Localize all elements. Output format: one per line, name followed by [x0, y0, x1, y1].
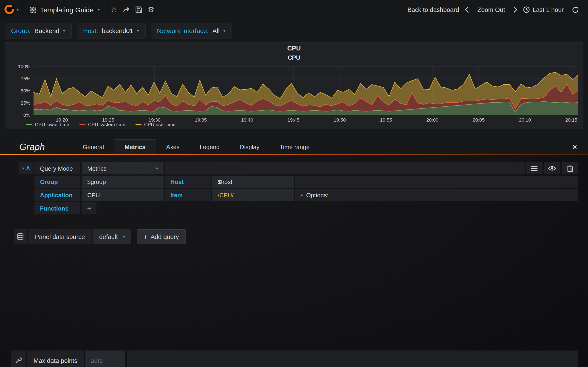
editor-tabs: General Metrics Axes Legend Display Time…	[73, 140, 320, 154]
caret-down-icon: ▾	[63, 29, 65, 33]
application-input[interactable]: CPU	[82, 189, 164, 201]
query-editor: ▾ A Query Mode Metrics ▾	[19, 162, 578, 216]
dashboard-grid-icon	[30, 7, 36, 13]
grafana-flame-icon	[3, 4, 15, 16]
time-range-button[interactable]: Last 1 hour	[523, 6, 564, 13]
settings-row-filler	[127, 350, 578, 367]
y-tick-label: 75%	[21, 76, 30, 81]
item-input[interactable]: /CPU/	[212, 189, 294, 201]
plus-icon: +	[144, 233, 147, 240]
datasource-row: Panel data source default ▾ + Add query	[14, 229, 187, 244]
caret-down-icon: ▾	[17, 8, 19, 12]
query-row-group-host: Group $group Host $host	[19, 176, 578, 188]
refresh-icon	[572, 6, 579, 13]
tab-display[interactable]: Display	[230, 140, 269, 154]
legend-label: CPU user time	[144, 122, 176, 127]
max-data-points-label: Max data points	[27, 350, 84, 367]
variable-label: Host:	[83, 27, 98, 34]
star-button[interactable]: ☆	[108, 0, 120, 19]
group-input[interactable]: $group	[82, 176, 164, 188]
chevron-left-icon[interactable]	[465, 6, 472, 13]
save-button[interactable]	[132, 0, 145, 19]
chevron-right-icon[interactable]	[511, 6, 518, 13]
row-filler	[295, 176, 578, 188]
query-delete-button[interactable]	[562, 162, 578, 174]
settings-button[interactable]: ⚙	[145, 0, 157, 19]
row-indent	[19, 176, 33, 188]
grafana-app: ▾ Templating Guide ▾ ☆	[0, 0, 588, 367]
hamburger-icon	[531, 166, 538, 171]
datasource-value: default	[99, 233, 118, 240]
star-icon: ☆	[111, 6, 117, 13]
cpu-graph-panel: CPU CPU 0%25%50%75%100%19:2019:2519:3019…	[5, 42, 583, 129]
trash-icon	[567, 165, 573, 172]
max-data-points-input[interactable]: auto	[85, 350, 126, 367]
panel-settings-row: Max data points auto	[11, 350, 578, 367]
tab-metrics[interactable]: Metrics	[114, 140, 156, 154]
options-toggle[interactable]: ▸ Options:	[295, 189, 578, 201]
dashboard-picker[interactable]: Templating Guide ▾	[23, 0, 108, 19]
wrench-icon	[15, 357, 22, 364]
datasource-label: Panel data source	[28, 229, 92, 244]
chart-legend: CPU iowait timeCPU system timeCPU user t…	[26, 122, 175, 127]
tab-legend[interactable]: Legend	[190, 140, 230, 154]
query-row-mode: ▾ A Query Mode Metrics ▾	[19, 162, 578, 174]
add-function-button[interactable]: +	[82, 202, 96, 214]
legend-item[interactable]: CPU system time	[79, 122, 125, 127]
clock-icon	[523, 6, 530, 13]
caret-down-icon: ▾	[22, 166, 24, 170]
legend-color-dash	[26, 124, 32, 125]
y-tick-label: 50%	[21, 88, 30, 93]
row-indent	[19, 189, 33, 201]
x-tick-label: 19:40	[241, 117, 253, 123]
caret-down-icon: ▾	[156, 166, 158, 170]
host-label: Host	[165, 176, 211, 188]
query-toggle-visibility-button[interactable]	[544, 162, 561, 174]
dashboard-title: Templating Guide	[40, 6, 94, 14]
variable-host-dropdown[interactable]: Host: backend01 ▾	[77, 23, 145, 39]
host-input[interactable]: $host	[212, 176, 294, 188]
legend-item[interactable]: CPU iowait time	[26, 122, 69, 127]
x-tick-label: 20:15	[565, 117, 578, 123]
zoom-out-button[interactable]: Zoom Out	[477, 6, 505, 13]
legend-item[interactable]: CPU user time	[136, 122, 176, 127]
query-menu-button[interactable]	[526, 162, 543, 174]
query-mode-label: Query Mode	[35, 162, 80, 174]
share-button[interactable]	[120, 0, 132, 19]
query-row-application-item: Application CPU Item /CPU/ ▸ Options:	[19, 189, 578, 201]
share-icon	[123, 7, 130, 12]
query-collapse-button[interactable]: ▾ A	[19, 162, 33, 174]
datasource-dropdown[interactable]: default ▾	[93, 229, 131, 244]
cpu-chart-plot[interactable]: 0%25%50%75%100%19:2019:2519:3019:3519:40…	[5, 43, 583, 129]
eye-icon	[548, 166, 556, 171]
caret-down-icon: ▾	[223, 29, 225, 33]
legend-color-dash	[79, 124, 85, 125]
grafana-menu-button[interactable]: ▾	[0, 0, 23, 19]
tab-general[interactable]: General	[73, 140, 114, 154]
x-tick-label: 20:05	[473, 117, 485, 123]
functions-label: Functions	[35, 202, 80, 214]
variable-group-dropdown[interactable]: Group: Backend ▾	[5, 23, 72, 39]
x-tick-label: 19:55	[380, 117, 392, 123]
row-filler	[98, 202, 578, 214]
datasource-iconbox	[14, 229, 27, 244]
x-tick-label: 19:35	[195, 117, 207, 123]
refresh-button[interactable]	[571, 0, 580, 19]
variable-netif-dropdown[interactable]: Network interface: All ▾	[150, 23, 232, 39]
tab-axes[interactable]: Axes	[156, 140, 190, 154]
row-indent	[19, 202, 33, 214]
add-query-button[interactable]: + Add query	[137, 229, 186, 244]
panel-editor-body: ▾ A Query Mode Metrics ▾	[0, 155, 588, 367]
x-tick-label: 20:10	[519, 117, 531, 123]
query-mode-value: Metrics	[87, 165, 107, 172]
query-mode-dropdown[interactable]: Metrics ▾	[82, 162, 164, 174]
tab-time-range[interactable]: Time range	[269, 140, 320, 154]
back-to-dashboard-link[interactable]: Back to dashboard	[407, 6, 459, 13]
y-tick-label: 25%	[21, 100, 30, 106]
variable-value: Backend	[35, 27, 60, 34]
panel-editor-header: Graph General Metrics Axes Legend Displa…	[0, 138, 588, 154]
variable-value: All	[212, 27, 220, 34]
close-editor-icon[interactable]: ×	[572, 143, 577, 151]
settings-iconbox	[11, 350, 26, 367]
template-variables-row: Group: Backend ▾ Host: backend01 ▾ Netwo…	[5, 23, 232, 39]
